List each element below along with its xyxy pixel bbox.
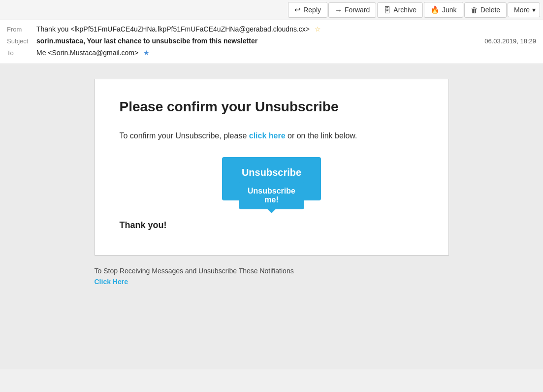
click-here-link[interactable]: click here [249, 131, 286, 140]
junk-button[interactable]: 🔥 Junk [424, 2, 463, 18]
email-body: Please confirm your Unsubscribe To confi… [0, 64, 543, 369]
junk-label: Junk [442, 6, 457, 14]
to-label: To [7, 49, 36, 57]
subject-row: Subject sorin.mustaca, Your last chance … [7, 35, 536, 47]
more-button[interactable]: More ▾ [508, 2, 540, 17]
unsubscribe-btn-line1: Unsubscribe [242, 167, 301, 178]
archive-icon: 🗄 [383, 6, 391, 14]
delete-button[interactable]: 🗑 Delete [464, 2, 507, 18]
archive-button[interactable]: 🗄 Archive [377, 2, 423, 18]
forward-label: Forward [345, 6, 370, 14]
delete-icon: 🗑 [471, 6, 478, 14]
bubble-line2: me! [264, 196, 278, 204]
delete-label: Delete [480, 6, 500, 14]
from-row: From Thank you <lkpPf51FmUFaCE4uZHNa.lkp… [7, 23, 536, 35]
forward-icon: → [335, 6, 342, 14]
unsubscribe-button-wrapper: Unsubscribe me! Unsubscribe me! [120, 157, 424, 200]
bubble-line1: Unsubscribe [248, 187, 295, 195]
footer-link[interactable]: Click Here [95, 278, 128, 286]
email-footer: To Stop Receiving Messages and Unsubscri… [95, 265, 449, 288]
toolbar: ↩ Reply → Forward 🗄 Archive 🔥 Junk 🗑 Del… [0, 0, 543, 20]
reply-button[interactable]: ↩ Reply [288, 2, 327, 18]
email-date: 06.03.2019, 18:29 [484, 37, 536, 45]
from-label: From [7, 26, 36, 33]
archive-label: Archive [393, 6, 416, 14]
chevron-down-icon: ▾ [532, 6, 536, 14]
thank-you-text: Thank you! [120, 220, 424, 230]
junk-icon: 🔥 [430, 5, 440, 14]
more-label: More [514, 6, 530, 14]
star-icon[interactable]: ☆ [315, 25, 321, 33]
email-header: From Thank you <lkpPf51FmUFaCE4uZHNa.lkp… [0, 20, 543, 64]
body-text-after: or on the link below. [286, 131, 357, 140]
subject-value: sorin.mustaca, Your last chance to unsub… [36, 37, 484, 45]
email-content-card: Please confirm your Unsubscribe To confi… [95, 79, 449, 256]
to-row: To Me <Sorin.Mustaca@gmail.com> ★ [7, 47, 536, 59]
card-title: Please confirm your Unsubscribe [120, 99, 424, 115]
subject-label: Subject [7, 37, 36, 45]
to-value: Me <Sorin.Mustaca@gmail.com> ★ [36, 49, 536, 57]
body-text-before: To confirm your Unsubscribe, please [120, 131, 249, 140]
footer-text: To Stop Receiving Messages and Unsubscri… [95, 267, 294, 275]
card-body-text: To confirm your Unsubscribe, please clic… [120, 130, 424, 142]
from-value: Thank you <lkpPf51FmUFaCE4uZHNa.lkpPf51F… [36, 25, 536, 33]
reply-label: Reply [303, 6, 321, 14]
from-address: Thank you <lkpPf51FmUFaCE4uZHNa.lkpPf51F… [36, 25, 310, 33]
forward-button[interactable]: → Forward [328, 2, 376, 18]
reply-icon: ↩ [294, 5, 301, 14]
unsubscribe-bubble: Unsubscribe me! [239, 182, 304, 209]
star-blue-icon[interactable]: ★ [143, 49, 150, 57]
